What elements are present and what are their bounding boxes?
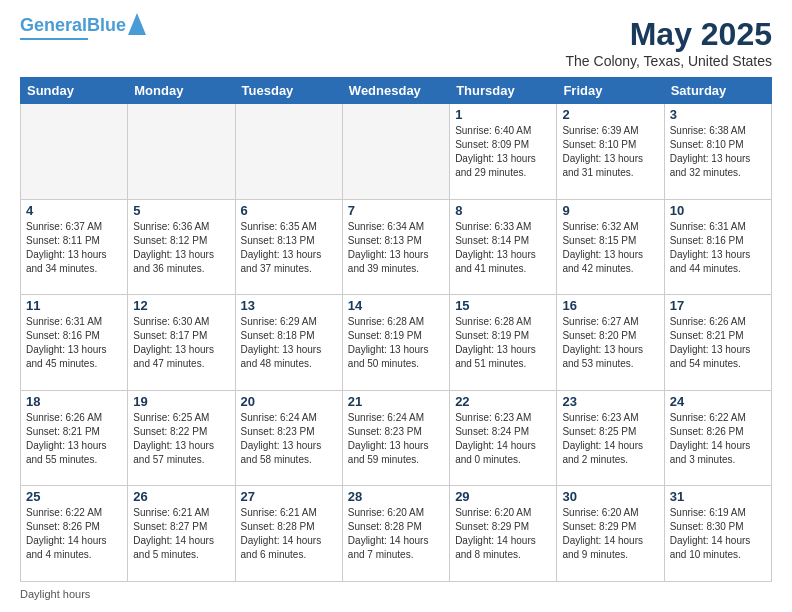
day-info: Sunrise: 6:28 AM Sunset: 8:19 PM Dayligh… bbox=[455, 315, 551, 371]
calendar-cell: 13Sunrise: 6:29 AM Sunset: 8:18 PM Dayli… bbox=[235, 295, 342, 391]
calendar-cell: 19Sunrise: 6:25 AM Sunset: 8:22 PM Dayli… bbox=[128, 390, 235, 486]
day-info: Sunrise: 6:37 AM Sunset: 8:11 PM Dayligh… bbox=[26, 220, 122, 276]
day-number: 16 bbox=[562, 298, 658, 313]
day-number: 23 bbox=[562, 394, 658, 409]
calendar-cell: 27Sunrise: 6:21 AM Sunset: 8:28 PM Dayli… bbox=[235, 486, 342, 582]
calendar-cell bbox=[342, 104, 449, 200]
day-number: 24 bbox=[670, 394, 766, 409]
title-section: May 2025 The Colony, Texas, United State… bbox=[566, 16, 772, 69]
calendar-cell: 22Sunrise: 6:23 AM Sunset: 8:24 PM Dayli… bbox=[450, 390, 557, 486]
day-number: 31 bbox=[670, 489, 766, 504]
calendar-cell bbox=[235, 104, 342, 200]
day-info: Sunrise: 6:32 AM Sunset: 8:15 PM Dayligh… bbox=[562, 220, 658, 276]
logo-underline bbox=[20, 38, 88, 40]
day-info: Sunrise: 6:27 AM Sunset: 8:20 PM Dayligh… bbox=[562, 315, 658, 371]
calendar-cell: 3Sunrise: 6:38 AM Sunset: 8:10 PM Daylig… bbox=[664, 104, 771, 200]
day-number: 28 bbox=[348, 489, 444, 504]
calendar-cell: 26Sunrise: 6:21 AM Sunset: 8:27 PM Dayli… bbox=[128, 486, 235, 582]
day-info: Sunrise: 6:25 AM Sunset: 8:22 PM Dayligh… bbox=[133, 411, 229, 467]
calendar-cell: 23Sunrise: 6:23 AM Sunset: 8:25 PM Dayli… bbox=[557, 390, 664, 486]
day-number: 12 bbox=[133, 298, 229, 313]
day-info: Sunrise: 6:26 AM Sunset: 8:21 PM Dayligh… bbox=[26, 411, 122, 467]
logo-general: General bbox=[20, 15, 87, 35]
day-number: 6 bbox=[241, 203, 337, 218]
calendar-cell: 18Sunrise: 6:26 AM Sunset: 8:21 PM Dayli… bbox=[21, 390, 128, 486]
day-number: 30 bbox=[562, 489, 658, 504]
day-info: Sunrise: 6:22 AM Sunset: 8:26 PM Dayligh… bbox=[26, 506, 122, 562]
calendar-cell: 21Sunrise: 6:24 AM Sunset: 8:23 PM Dayli… bbox=[342, 390, 449, 486]
week-row-3: 11Sunrise: 6:31 AM Sunset: 8:16 PM Dayli… bbox=[21, 295, 772, 391]
day-info: Sunrise: 6:24 AM Sunset: 8:23 PM Dayligh… bbox=[241, 411, 337, 467]
day-info: Sunrise: 6:21 AM Sunset: 8:28 PM Dayligh… bbox=[241, 506, 337, 562]
footer: Daylight hours bbox=[20, 588, 772, 600]
week-row-4: 18Sunrise: 6:26 AM Sunset: 8:21 PM Dayli… bbox=[21, 390, 772, 486]
calendar-header-row: SundayMondayTuesdayWednesdayThursdayFrid… bbox=[21, 78, 772, 104]
day-header-friday: Friday bbox=[557, 78, 664, 104]
day-info: Sunrise: 6:23 AM Sunset: 8:24 PM Dayligh… bbox=[455, 411, 551, 467]
calendar-cell: 16Sunrise: 6:27 AM Sunset: 8:20 PM Dayli… bbox=[557, 295, 664, 391]
day-number: 8 bbox=[455, 203, 551, 218]
page: GeneralBlue May 2025 The Colony, Texas, … bbox=[0, 0, 792, 612]
calendar-cell: 29Sunrise: 6:20 AM Sunset: 8:29 PM Dayli… bbox=[450, 486, 557, 582]
day-info: Sunrise: 6:40 AM Sunset: 8:09 PM Dayligh… bbox=[455, 124, 551, 180]
day-number: 11 bbox=[26, 298, 122, 313]
calendar-table: SundayMondayTuesdayWednesdayThursdayFrid… bbox=[20, 77, 772, 582]
day-header-sunday: Sunday bbox=[21, 78, 128, 104]
day-info: Sunrise: 6:19 AM Sunset: 8:30 PM Dayligh… bbox=[670, 506, 766, 562]
day-number: 10 bbox=[670, 203, 766, 218]
day-header-tuesday: Tuesday bbox=[235, 78, 342, 104]
day-number: 1 bbox=[455, 107, 551, 122]
day-number: 2 bbox=[562, 107, 658, 122]
day-number: 4 bbox=[26, 203, 122, 218]
calendar-cell: 10Sunrise: 6:31 AM Sunset: 8:16 PM Dayli… bbox=[664, 199, 771, 295]
day-info: Sunrise: 6:39 AM Sunset: 8:10 PM Dayligh… bbox=[562, 124, 658, 180]
day-number: 25 bbox=[26, 489, 122, 504]
day-number: 3 bbox=[670, 107, 766, 122]
day-info: Sunrise: 6:20 AM Sunset: 8:29 PM Dayligh… bbox=[455, 506, 551, 562]
day-header-saturday: Saturday bbox=[664, 78, 771, 104]
calendar-cell: 2Sunrise: 6:39 AM Sunset: 8:10 PM Daylig… bbox=[557, 104, 664, 200]
day-number: 7 bbox=[348, 203, 444, 218]
calendar-cell: 1Sunrise: 6:40 AM Sunset: 8:09 PM Daylig… bbox=[450, 104, 557, 200]
day-info: Sunrise: 6:20 AM Sunset: 8:29 PM Dayligh… bbox=[562, 506, 658, 562]
day-info: Sunrise: 6:31 AM Sunset: 8:16 PM Dayligh… bbox=[670, 220, 766, 276]
calendar-cell: 24Sunrise: 6:22 AM Sunset: 8:26 PM Dayli… bbox=[664, 390, 771, 486]
week-row-2: 4Sunrise: 6:37 AM Sunset: 8:11 PM Daylig… bbox=[21, 199, 772, 295]
day-info: Sunrise: 6:26 AM Sunset: 8:21 PM Dayligh… bbox=[670, 315, 766, 371]
day-info: Sunrise: 6:28 AM Sunset: 8:19 PM Dayligh… bbox=[348, 315, 444, 371]
svg-marker-0 bbox=[128, 13, 146, 35]
calendar-cell: 20Sunrise: 6:24 AM Sunset: 8:23 PM Dayli… bbox=[235, 390, 342, 486]
day-number: 29 bbox=[455, 489, 551, 504]
calendar-cell: 30Sunrise: 6:20 AM Sunset: 8:29 PM Dayli… bbox=[557, 486, 664, 582]
day-header-monday: Monday bbox=[128, 78, 235, 104]
day-info: Sunrise: 6:34 AM Sunset: 8:13 PM Dayligh… bbox=[348, 220, 444, 276]
day-number: 20 bbox=[241, 394, 337, 409]
day-info: Sunrise: 6:30 AM Sunset: 8:17 PM Dayligh… bbox=[133, 315, 229, 371]
week-row-5: 25Sunrise: 6:22 AM Sunset: 8:26 PM Dayli… bbox=[21, 486, 772, 582]
calendar-cell bbox=[128, 104, 235, 200]
day-number: 22 bbox=[455, 394, 551, 409]
day-number: 19 bbox=[133, 394, 229, 409]
day-number: 5 bbox=[133, 203, 229, 218]
header: GeneralBlue May 2025 The Colony, Texas, … bbox=[20, 16, 772, 69]
day-number: 21 bbox=[348, 394, 444, 409]
calendar-cell: 9Sunrise: 6:32 AM Sunset: 8:15 PM Daylig… bbox=[557, 199, 664, 295]
calendar-cell: 25Sunrise: 6:22 AM Sunset: 8:26 PM Dayli… bbox=[21, 486, 128, 582]
day-number: 26 bbox=[133, 489, 229, 504]
day-header-thursday: Thursday bbox=[450, 78, 557, 104]
calendar-cell: 14Sunrise: 6:28 AM Sunset: 8:19 PM Dayli… bbox=[342, 295, 449, 391]
day-info: Sunrise: 6:22 AM Sunset: 8:26 PM Dayligh… bbox=[670, 411, 766, 467]
calendar-cell: 4Sunrise: 6:37 AM Sunset: 8:11 PM Daylig… bbox=[21, 199, 128, 295]
day-number: 13 bbox=[241, 298, 337, 313]
day-info: Sunrise: 6:20 AM Sunset: 8:28 PM Dayligh… bbox=[348, 506, 444, 562]
subtitle: The Colony, Texas, United States bbox=[566, 53, 772, 69]
calendar-cell: 11Sunrise: 6:31 AM Sunset: 8:16 PM Dayli… bbox=[21, 295, 128, 391]
day-number: 17 bbox=[670, 298, 766, 313]
day-info: Sunrise: 6:36 AM Sunset: 8:12 PM Dayligh… bbox=[133, 220, 229, 276]
week-row-1: 1Sunrise: 6:40 AM Sunset: 8:09 PM Daylig… bbox=[21, 104, 772, 200]
day-number: 15 bbox=[455, 298, 551, 313]
calendar-cell: 5Sunrise: 6:36 AM Sunset: 8:12 PM Daylig… bbox=[128, 199, 235, 295]
calendar-cell: 31Sunrise: 6:19 AM Sunset: 8:30 PM Dayli… bbox=[664, 486, 771, 582]
logo-blue: Blue bbox=[87, 15, 126, 35]
calendar-cell: 17Sunrise: 6:26 AM Sunset: 8:21 PM Dayli… bbox=[664, 295, 771, 391]
